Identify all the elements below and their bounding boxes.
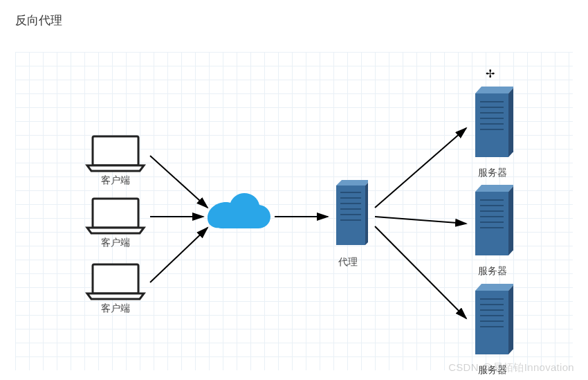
svg-marker-14 <box>508 87 513 157</box>
svg-rect-21 <box>475 192 508 255</box>
svg-line-43 <box>375 128 466 208</box>
svg-marker-31 <box>475 284 513 291</box>
client-label: 客户端 <box>84 174 147 187</box>
laptop-icon <box>84 263 147 301</box>
svg-marker-22 <box>475 185 513 192</box>
backend-server: 服务器 <box>472 87 513 179</box>
backend-server: 服务器 <box>472 284 513 377</box>
svg-marker-32 <box>508 284 513 354</box>
page-title: 反向代理 <box>15 12 62 28</box>
client-label: 客户端 <box>84 302 147 315</box>
server-label: 服务器 <box>472 167 513 179</box>
server-icon <box>472 185 513 260</box>
server-label: 服务器 <box>472 364 513 377</box>
client-label: 客户端 <box>84 237 147 249</box>
backend-server: 服务器 <box>472 185 513 278</box>
cursor-crosshair-icon: ✢ <box>486 67 495 80</box>
svg-rect-1 <box>93 199 138 228</box>
proxy-label: 代理 <box>338 256 358 269</box>
diagram-canvas: 客户端 客户端 客户端 <box>15 52 573 370</box>
proxy-server <box>333 180 368 252</box>
client-laptop: 客户端 <box>84 197 147 249</box>
svg-rect-12 <box>475 93 508 157</box>
laptop-icon <box>84 135 147 173</box>
svg-marker-4 <box>336 180 368 186</box>
svg-marker-5 <box>365 180 368 245</box>
svg-rect-0 <box>93 136 138 165</box>
svg-line-45 <box>375 226 466 318</box>
svg-rect-30 <box>475 291 508 354</box>
server-label: 服务器 <box>472 265 513 278</box>
svg-marker-23 <box>508 185 513 255</box>
server-icon <box>472 284 513 359</box>
svg-line-39 <box>150 156 208 208</box>
svg-line-44 <box>375 217 466 224</box>
svg-line-41 <box>150 228 208 282</box>
server-icon <box>472 87 513 161</box>
client-laptop: 客户端 <box>84 135 147 187</box>
laptop-icon <box>84 197 147 235</box>
cloud-icon <box>205 192 271 242</box>
server-icon <box>333 180 368 249</box>
svg-rect-2 <box>93 264 138 293</box>
client-laptop: 客户端 <box>84 263 147 315</box>
svg-marker-13 <box>475 87 513 93</box>
